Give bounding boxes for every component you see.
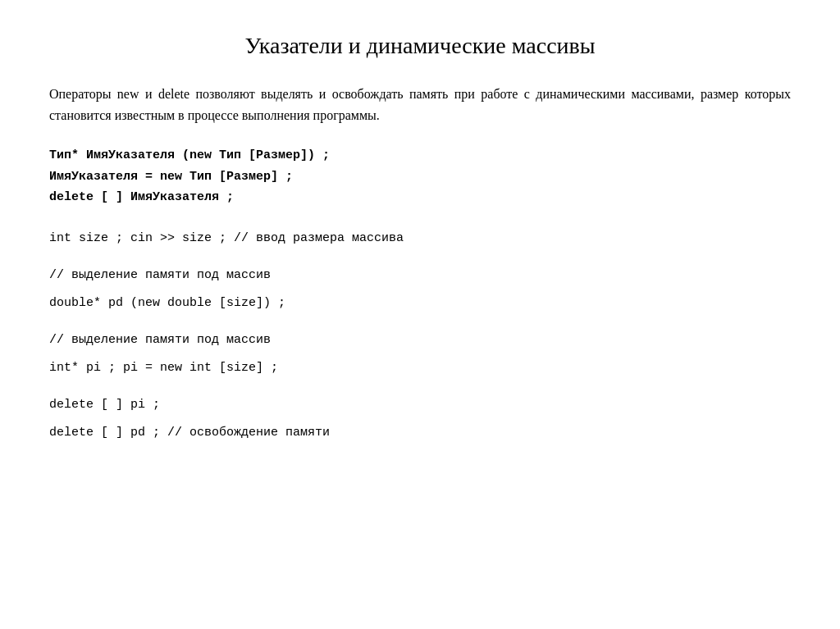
syntax-line-3: delete [ ] ИмяУказателя ; xyxy=(49,187,791,208)
page-title: Указатели и динамические массивы xyxy=(49,33,791,59)
int-alloc-section: // выделение памяти под массив int* pi ;… xyxy=(49,330,791,378)
syntax-line-2: ИмяУказателя = new Тип [Размер] ; xyxy=(49,166,791,188)
double-alloc-section: // выделение памяти под массив double* p… xyxy=(49,265,791,313)
intro-paragraph: Операторы new и delete позволяют выделят… xyxy=(49,84,791,125)
double-alloc-line: double* pd (new double [size]) ; xyxy=(49,293,791,314)
size-input-section: int size ; cin >> size ; // ввод размера… xyxy=(49,228,791,249)
int-alloc-line: int* pi ; pi = new int [size] ; xyxy=(49,358,791,379)
delete-pi-line: delete [ ] pi ; xyxy=(49,394,791,416)
syntax-block: Тип* ИмяУказателя (new Тип [Размер]) ; И… xyxy=(49,145,791,208)
int-alloc-comment: // выделение памяти под массив xyxy=(49,330,791,351)
double-alloc-comment: // выделение памяти под массив xyxy=(49,265,791,286)
delete-pd-line: delete [ ] pd ; // освобождение памяти xyxy=(49,422,791,444)
size-input-line: int size ; cin >> size ; // ввод размера… xyxy=(49,228,791,249)
syntax-line-1: Тип* ИмяУказателя (new Тип [Размер]) ; xyxy=(49,145,791,166)
delete-section: delete [ ] pi ; delete [ ] pd ; // освоб… xyxy=(49,394,791,443)
